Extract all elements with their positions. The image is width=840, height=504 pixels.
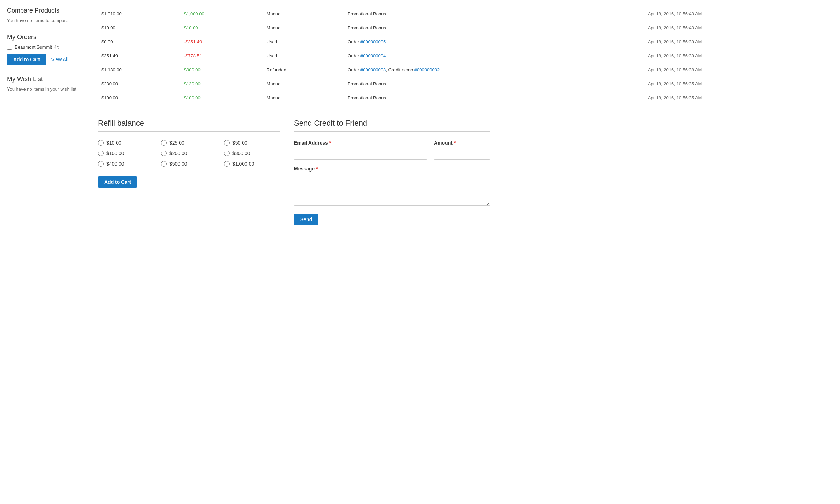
- refill-option-label: $500.00: [169, 161, 187, 167]
- refill-add-to-cart-button[interactable]: Add to Cart: [98, 176, 137, 188]
- compare-empty-text: You have no items to compare.: [7, 18, 84, 23]
- send-credit-panel: Send Credit to Friend Email Address * Am…: [294, 119, 490, 225]
- refill-radio-input[interactable]: [161, 161, 167, 167]
- message-required: *: [316, 166, 318, 172]
- adjusted-amount: -$351.49: [181, 35, 263, 49]
- date-cell: Apr 18, 2016, 10:56:40 AM: [644, 7, 830, 21]
- source-cell: Order #000000004: [344, 49, 644, 63]
- original-amount: $10.00: [98, 21, 181, 35]
- amount-field-group: Amount *: [434, 140, 490, 160]
- order-actions: Add to Cart View All: [7, 54, 84, 65]
- refill-radio-option[interactable]: $500.00: [161, 161, 217, 167]
- refill-radio-input[interactable]: [98, 150, 104, 156]
- date-cell: Apr 18, 2016, 10:56:35 AM: [644, 91, 830, 105]
- order-link[interactable]: #000000004: [360, 53, 386, 58]
- adjusted-amount: $100.00: [181, 91, 263, 105]
- amount-input[interactable]: [434, 148, 490, 160]
- compare-products-section: Compare Products You have no items to co…: [7, 7, 84, 23]
- orders-title: My Orders: [7, 34, 84, 41]
- refill-title: Refill balance: [98, 119, 280, 128]
- date-cell: Apr 18, 2016, 10:56:35 AM: [644, 77, 830, 91]
- compare-title: Compare Products: [7, 7, 84, 14]
- email-field-group: Email Address *: [294, 140, 427, 160]
- refill-option-label: $200.00: [169, 150, 187, 156]
- adjusted-amount: $130.00: [181, 77, 263, 91]
- refill-divider: [98, 131, 280, 132]
- source-cell: Promotional Bonus: [344, 91, 644, 105]
- refill-option-label: $400.00: [106, 161, 124, 167]
- action-cell: Refunded: [263, 63, 344, 77]
- refill-option-label: $10.00: [106, 140, 121, 146]
- original-amount: $230.00: [98, 77, 181, 91]
- refill-option-label: $100.00: [106, 150, 124, 156]
- refill-radio-input[interactable]: [98, 161, 104, 167]
- table-row: $351.49-$778.51UsedOrder #000000004Apr 1…: [98, 49, 830, 63]
- refill-radio-input[interactable]: [224, 150, 230, 156]
- order-item-checkbox[interactable]: [7, 45, 12, 50]
- original-amount: $1,130.00: [98, 63, 181, 77]
- refill-radio-input[interactable]: [224, 140, 230, 146]
- message-textarea[interactable]: [294, 172, 490, 206]
- table-row: $230.00$130.00ManualPromotional BonusApr…: [98, 77, 830, 91]
- refill-radio-input[interactable]: [161, 150, 167, 156]
- date-cell: Apr 18, 2016, 10:56:40 AM: [644, 21, 830, 35]
- refill-radio-option[interactable]: $1,000.00: [224, 161, 280, 167]
- refill-radio-option[interactable]: $300.00: [224, 150, 280, 156]
- refill-panel: Refill balance $10.00$25.00$50.00$100.00…: [98, 119, 280, 225]
- refill-option-label: $25.00: [169, 140, 184, 146]
- main-content: $1,010.00$1,000.00ManualPromotional Bonu…: [91, 7, 840, 225]
- view-all-link[interactable]: View All: [51, 57, 68, 62]
- email-input[interactable]: [294, 148, 427, 160]
- source-cell: Promotional Bonus: [344, 7, 644, 21]
- email-amount-row: Email Address * Amount *: [294, 140, 490, 160]
- adjusted-amount: -$778.51: [181, 49, 263, 63]
- table-row: $10.00$10.00ManualPromotional BonusApr 1…: [98, 21, 830, 35]
- refill-option-label: $300.00: [232, 150, 250, 156]
- adjusted-amount: $1,000.00: [181, 7, 263, 21]
- table-row: $1,130.00$900.00RefundedOrder #000000003…: [98, 63, 830, 77]
- original-amount: $0.00: [98, 35, 181, 49]
- order-link[interactable]: #000000005: [360, 39, 386, 44]
- refill-radio-input[interactable]: [98, 140, 104, 146]
- date-cell: Apr 18, 2016, 10:56:38 AM: [644, 63, 830, 77]
- creditmemo-link[interactable]: #000000002: [414, 67, 440, 72]
- refill-radio-option[interactable]: $100.00: [98, 150, 154, 156]
- order-item-label: Beaumont Summit Kit: [15, 44, 59, 50]
- table-row: $0.00-$351.49UsedOrder #000000005Apr 18,…: [98, 35, 830, 49]
- order-link[interactable]: #000000003: [360, 67, 386, 72]
- table-row: $1,010.00$1,000.00ManualPromotional Bonu…: [98, 7, 830, 21]
- email-required: *: [329, 140, 331, 146]
- action-cell: Manual: [263, 21, 344, 35]
- refill-radio-option[interactable]: $200.00: [161, 150, 217, 156]
- refill-radio-input[interactable]: [161, 140, 167, 146]
- original-amount: $1,010.00: [98, 7, 181, 21]
- action-cell: Manual: [263, 91, 344, 105]
- adjusted-amount: $10.00: [181, 21, 263, 35]
- my-orders-section: My Orders Beaumont Summit Kit Add to Car…: [7, 34, 84, 65]
- order-item-row: Beaumont Summit Kit: [7, 44, 84, 50]
- refill-radio-option[interactable]: $50.00: [224, 140, 280, 146]
- sidebar-add-to-cart-button[interactable]: Add to Cart: [7, 54, 46, 65]
- send-credit-title: Send Credit to Friend: [294, 119, 490, 128]
- sidebar: Compare Products You have no items to co…: [0, 7, 91, 225]
- refill-option-label: $1,000.00: [232, 161, 254, 167]
- amount-required: *: [454, 140, 456, 146]
- action-cell: Manual: [263, 77, 344, 91]
- transaction-table: $1,010.00$1,000.00ManualPromotional Bonu…: [98, 7, 830, 105]
- bottom-panels: Refill balance $10.00$25.00$50.00$100.00…: [98, 119, 830, 225]
- refill-radio-option[interactable]: $10.00: [98, 140, 154, 146]
- date-cell: Apr 18, 2016, 10:56:39 AM: [644, 35, 830, 49]
- refill-radio-grid: $10.00$25.00$50.00$100.00$200.00$300.00$…: [98, 140, 280, 167]
- source-cell: Promotional Bonus: [344, 21, 644, 35]
- source-cell: Order #000000005: [344, 35, 644, 49]
- send-button[interactable]: Send: [294, 214, 318, 225]
- source-cell: Order #000000003, Creditmemo #000000002: [344, 63, 644, 77]
- refill-radio-input[interactable]: [224, 161, 230, 167]
- message-field-group: Message *: [294, 166, 490, 207]
- refill-radio-option[interactable]: $25.00: [161, 140, 217, 146]
- wishlist-empty-text: You have no items in your wish list.: [7, 86, 84, 92]
- source-cell: Promotional Bonus: [344, 77, 644, 91]
- refill-option-label: $50.00: [232, 140, 247, 146]
- refill-radio-option[interactable]: $400.00: [98, 161, 154, 167]
- email-label: Email Address *: [294, 140, 427, 146]
